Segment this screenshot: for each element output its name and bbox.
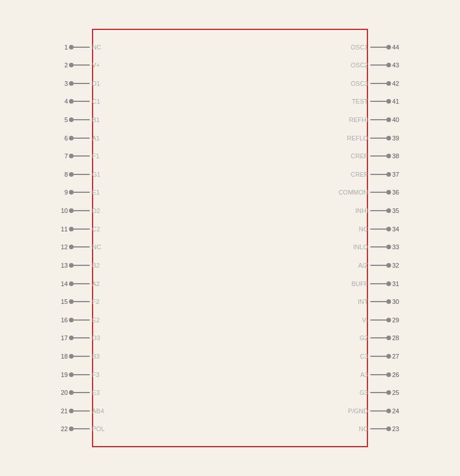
pin-line-left-15 xyxy=(74,301,90,302)
pin-number-left-8: 8 xyxy=(57,171,68,178)
pin-dot-right-44 xyxy=(386,45,391,49)
pin-dot-right-33 xyxy=(386,245,391,249)
pin-left-17: 17D3 xyxy=(57,334,100,341)
pin-dot-left-12 xyxy=(69,245,74,249)
pin-left-8: 8G1 xyxy=(57,171,101,178)
pin-dot-left-1 xyxy=(69,45,74,49)
pin-right-29: 29V- xyxy=(362,317,402,323)
pin-label-right-25: G3 xyxy=(359,389,368,396)
pin-number-left-1: 1 xyxy=(57,44,68,51)
pin-label-right-36: COMMON xyxy=(339,189,368,196)
pin-number-left-12: 12 xyxy=(57,243,68,250)
pin-right-40: 40REFHI xyxy=(349,116,402,123)
pin-left-3: 3D1 xyxy=(57,80,100,87)
pin-dot-right-31 xyxy=(386,281,391,286)
pin-label-right-27: C3 xyxy=(360,353,368,360)
pin-line-left-1 xyxy=(74,47,90,48)
pin-label-left-8: G1 xyxy=(92,171,101,178)
pin-dot-right-28 xyxy=(386,336,391,340)
pin-dot-right-37 xyxy=(386,172,391,177)
pin-dot-left-11 xyxy=(69,227,74,231)
pin-number-right-26: 26 xyxy=(392,371,402,378)
pin-right-35: 35INHI xyxy=(355,207,402,214)
pin-number-right-32: 32 xyxy=(392,262,402,269)
pin-number-right-27: 27 xyxy=(392,353,402,360)
pin-right-26: 26A3 xyxy=(361,371,402,378)
pin-dot-right-35 xyxy=(386,208,391,213)
pin-line-left-22 xyxy=(74,428,90,429)
pin-line-right-40 xyxy=(370,119,386,120)
pin-dot-left-10 xyxy=(69,208,74,213)
pin-label-left-22: POL xyxy=(92,425,105,432)
pin-number-right-43: 43 xyxy=(392,62,402,68)
pin-right-33: 33INLO xyxy=(353,243,402,250)
pin-label-left-10: D2 xyxy=(92,207,100,214)
pin-line-right-38 xyxy=(370,155,386,157)
pin-right-25: 25G3 xyxy=(359,389,402,396)
pin-line-left-21 xyxy=(74,410,90,412)
pin-label-right-38: CREF xyxy=(351,153,368,159)
pin-dot-left-17 xyxy=(69,336,74,340)
pin-label-left-16: E2 xyxy=(92,317,99,323)
pin-number-right-30: 30 xyxy=(392,298,402,305)
pin-line-left-3 xyxy=(74,83,90,84)
pin-dot-right-40 xyxy=(386,117,391,122)
pin-right-34: 34NC xyxy=(359,226,402,233)
pin-label-left-12: NC xyxy=(92,243,101,250)
pin-number-left-14: 14 xyxy=(57,280,68,287)
pin-dot-left-20 xyxy=(69,390,74,395)
pin-left-4: 4C1 xyxy=(57,98,100,105)
pin-number-left-2: 2 xyxy=(57,62,68,68)
pin-left-6: 6A1 xyxy=(57,135,99,142)
pin-label-left-1: NC xyxy=(92,44,101,51)
pin-dot-right-34 xyxy=(386,227,391,231)
pin-dot-left-13 xyxy=(69,263,74,268)
pin-label-left-18: B3 xyxy=(92,353,99,360)
pin-number-left-20: 20 xyxy=(57,389,68,396)
pin-label-right-39: REFLO xyxy=(347,135,368,142)
pin-left-13: 13B2 xyxy=(57,262,99,269)
pin-line-left-17 xyxy=(74,337,90,338)
pin-line-left-16 xyxy=(74,319,90,321)
pin-number-right-36: 36 xyxy=(392,189,402,196)
pin-right-24: 24P/GND xyxy=(348,408,402,414)
pin-right-36: 36COMMON xyxy=(339,189,402,196)
pin-label-right-43: OSC2 xyxy=(351,62,368,68)
pin-dot-left-18 xyxy=(69,354,74,359)
pin-number-right-28: 28 xyxy=(392,334,402,341)
pin-number-left-19: 19 xyxy=(57,371,68,378)
pin-number-right-23: 23 xyxy=(392,425,402,432)
pin-right-43: 43OSC2 xyxy=(351,62,402,68)
pin-left-20: 20E3 xyxy=(57,389,99,396)
pin-dot-left-14 xyxy=(69,281,74,286)
pin-label-left-11: C2 xyxy=(92,226,100,233)
pin-dot-left-16 xyxy=(69,318,74,322)
pin-line-right-36 xyxy=(370,192,386,193)
pin-line-right-44 xyxy=(370,47,386,48)
pin-number-left-11: 11 xyxy=(57,226,68,233)
pin-line-left-8 xyxy=(74,174,90,175)
pin-dot-left-7 xyxy=(69,154,74,158)
pin-label-right-44: OSC1 xyxy=(351,44,368,51)
pin-line-left-7 xyxy=(74,155,90,157)
pin-number-left-15: 15 xyxy=(57,298,68,305)
pin-dot-left-5 xyxy=(69,117,74,122)
pin-left-19: 19F3 xyxy=(57,371,99,378)
pin-left-18: 18B3 xyxy=(57,353,99,360)
pin-left-7: 7F1 xyxy=(57,153,99,159)
pin-dot-right-29 xyxy=(386,318,391,322)
pin-label-right-42: OSC3 xyxy=(351,80,368,87)
pin-number-left-22: 22 xyxy=(57,425,68,432)
pin-dot-left-4 xyxy=(69,99,74,104)
pin-dot-right-24 xyxy=(386,409,391,413)
pin-label-left-15: F2 xyxy=(92,298,99,305)
pin-dot-left-9 xyxy=(69,190,74,195)
pin-dot-right-23 xyxy=(386,427,391,431)
pin-number-left-3: 3 xyxy=(57,80,68,87)
pin-number-left-9: 9 xyxy=(57,189,68,196)
pin-dot-left-15 xyxy=(69,299,74,304)
pin-number-left-18: 18 xyxy=(57,353,68,360)
pin-left-12: 12NC xyxy=(57,243,101,250)
pin-number-right-38: 38 xyxy=(392,153,402,159)
pin-line-right-27 xyxy=(370,356,386,357)
